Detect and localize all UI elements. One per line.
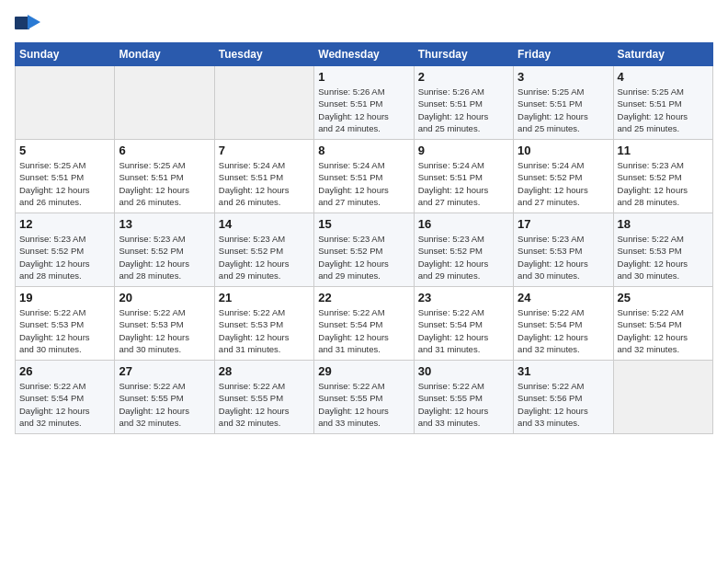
day-number: 2 xyxy=(418,70,509,84)
day-info: Sunrise: 5:25 AM Sunset: 5:51 PM Dayligh… xyxy=(19,159,110,208)
day-number: 20 xyxy=(119,291,210,304)
day-number: 27 xyxy=(119,364,210,378)
day-number: 15 xyxy=(318,217,409,231)
calendar-cell: 3Sunrise: 5:25 AM Sunset: 5:51 PM Daylig… xyxy=(514,66,613,140)
day-info: Sunrise: 5:22 AM Sunset: 5:53 PM Dayligh… xyxy=(219,306,310,355)
svg-rect-0 xyxy=(15,17,29,29)
day-info: Sunrise: 5:22 AM Sunset: 5:55 PM Dayligh… xyxy=(219,380,310,429)
calendar-cell: 14Sunrise: 5:23 AM Sunset: 5:52 PM Dayli… xyxy=(214,213,313,287)
day-number: 19 xyxy=(19,291,110,304)
day-number: 26 xyxy=(19,364,110,378)
day-info: Sunrise: 5:22 AM Sunset: 5:55 PM Dayligh… xyxy=(418,380,509,429)
calendar-cell: 5Sunrise: 5:25 AM Sunset: 5:51 PM Daylig… xyxy=(16,140,115,213)
calendar-cell: 8Sunrise: 5:24 AM Sunset: 5:51 PM Daylig… xyxy=(314,140,414,213)
day-number: 21 xyxy=(219,291,310,304)
day-info: Sunrise: 5:22 AM Sunset: 5:54 PM Dayligh… xyxy=(618,306,709,355)
svg-marker-1 xyxy=(28,15,40,29)
calendar-cell: 4Sunrise: 5:25 AM Sunset: 5:51 PM Daylig… xyxy=(613,66,712,140)
day-info: Sunrise: 5:22 AM Sunset: 5:53 PM Dayligh… xyxy=(19,306,110,355)
day-number: 6 xyxy=(119,144,210,157)
day-number: 4 xyxy=(618,70,709,84)
calendar-header-row: Sunday Monday Tuesday Wednesday Thursday… xyxy=(16,43,713,66)
col-tuesday: Tuesday xyxy=(214,43,313,66)
calendar-table: Sunday Monday Tuesday Wednesday Thursday… xyxy=(15,42,713,434)
calendar-cell xyxy=(214,66,313,140)
header xyxy=(15,15,713,35)
day-number: 24 xyxy=(518,291,609,304)
col-friday: Friday xyxy=(514,43,613,66)
calendar-cell: 6Sunrise: 5:25 AM Sunset: 5:51 PM Daylig… xyxy=(115,140,214,213)
col-saturday: Saturday xyxy=(613,43,712,66)
day-info: Sunrise: 5:23 AM Sunset: 5:52 PM Dayligh… xyxy=(618,159,709,208)
day-info: Sunrise: 5:26 AM Sunset: 5:51 PM Dayligh… xyxy=(418,86,509,134)
day-number: 8 xyxy=(318,144,409,157)
day-info: Sunrise: 5:24 AM Sunset: 5:52 PM Dayligh… xyxy=(518,159,609,208)
calendar-week-3: 12Sunrise: 5:23 AM Sunset: 5:52 PM Dayli… xyxy=(16,213,713,287)
calendar-cell: 16Sunrise: 5:23 AM Sunset: 5:52 PM Dayli… xyxy=(414,213,513,287)
calendar-cell: 13Sunrise: 5:23 AM Sunset: 5:52 PM Dayli… xyxy=(115,213,214,287)
day-info: Sunrise: 5:23 AM Sunset: 5:52 PM Dayligh… xyxy=(119,233,210,282)
day-info: Sunrise: 5:23 AM Sunset: 5:52 PM Dayligh… xyxy=(418,233,509,282)
day-info: Sunrise: 5:22 AM Sunset: 5:54 PM Dayligh… xyxy=(19,380,110,429)
day-number: 22 xyxy=(318,291,409,304)
day-number: 29 xyxy=(318,364,409,378)
calendar-cell: 26Sunrise: 5:22 AM Sunset: 5:54 PM Dayli… xyxy=(16,361,115,434)
day-number: 28 xyxy=(219,364,310,378)
day-number: 16 xyxy=(418,217,509,231)
calendar-cell: 19Sunrise: 5:22 AM Sunset: 5:53 PM Dayli… xyxy=(16,287,115,361)
day-info: Sunrise: 5:23 AM Sunset: 5:52 PM Dayligh… xyxy=(318,233,409,282)
day-info: Sunrise: 5:22 AM Sunset: 5:53 PM Dayligh… xyxy=(119,306,210,355)
day-info: Sunrise: 5:23 AM Sunset: 5:53 PM Dayligh… xyxy=(518,233,609,282)
calendar-cell xyxy=(16,66,115,140)
calendar-cell: 7Sunrise: 5:24 AM Sunset: 5:51 PM Daylig… xyxy=(214,140,313,213)
calendar-cell: 15Sunrise: 5:23 AM Sunset: 5:52 PM Dayli… xyxy=(314,213,414,287)
calendar-cell: 22Sunrise: 5:22 AM Sunset: 5:54 PM Dayli… xyxy=(314,287,414,361)
day-info: Sunrise: 5:25 AM Sunset: 5:51 PM Dayligh… xyxy=(518,86,609,134)
col-wednesday: Wednesday xyxy=(314,43,414,66)
day-info: Sunrise: 5:22 AM Sunset: 5:53 PM Dayligh… xyxy=(618,233,709,282)
day-number: 14 xyxy=(219,217,310,231)
day-info: Sunrise: 5:23 AM Sunset: 5:52 PM Dayligh… xyxy=(19,233,110,282)
day-info: Sunrise: 5:25 AM Sunset: 5:51 PM Dayligh… xyxy=(618,86,709,134)
day-info: Sunrise: 5:23 AM Sunset: 5:52 PM Dayligh… xyxy=(219,233,310,282)
calendar-cell: 28Sunrise: 5:22 AM Sunset: 5:55 PM Dayli… xyxy=(214,361,313,434)
calendar-cell: 11Sunrise: 5:23 AM Sunset: 5:52 PM Dayli… xyxy=(613,140,712,213)
day-number: 17 xyxy=(518,217,609,231)
calendar-cell: 23Sunrise: 5:22 AM Sunset: 5:54 PM Dayli… xyxy=(414,287,513,361)
calendar-cell xyxy=(115,66,214,140)
day-number: 7 xyxy=(219,144,310,157)
col-thursday: Thursday xyxy=(414,43,513,66)
calendar-cell: 10Sunrise: 5:24 AM Sunset: 5:52 PM Dayli… xyxy=(514,140,613,213)
day-info: Sunrise: 5:22 AM Sunset: 5:55 PM Dayligh… xyxy=(119,380,210,429)
day-number: 18 xyxy=(618,217,709,231)
calendar-cell: 29Sunrise: 5:22 AM Sunset: 5:55 PM Dayli… xyxy=(314,361,414,434)
calendar-cell: 18Sunrise: 5:22 AM Sunset: 5:53 PM Dayli… xyxy=(613,213,712,287)
calendar-cell: 12Sunrise: 5:23 AM Sunset: 5:52 PM Dayli… xyxy=(16,213,115,287)
day-info: Sunrise: 5:26 AM Sunset: 5:51 PM Dayligh… xyxy=(318,86,409,134)
calendar-cell: 24Sunrise: 5:22 AM Sunset: 5:54 PM Dayli… xyxy=(514,287,613,361)
day-info: Sunrise: 5:24 AM Sunset: 5:51 PM Dayligh… xyxy=(318,159,409,208)
day-number: 3 xyxy=(518,70,609,84)
calendar-cell: 17Sunrise: 5:23 AM Sunset: 5:53 PM Dayli… xyxy=(514,213,613,287)
col-monday: Monday xyxy=(115,43,214,66)
calendar-cell: 2Sunrise: 5:26 AM Sunset: 5:51 PM Daylig… xyxy=(414,66,513,140)
day-number: 31 xyxy=(518,364,609,378)
day-info: Sunrise: 5:24 AM Sunset: 5:51 PM Dayligh… xyxy=(219,159,310,208)
calendar-week-1: 1Sunrise: 5:26 AM Sunset: 5:51 PM Daylig… xyxy=(16,66,713,140)
calendar-week-4: 19Sunrise: 5:22 AM Sunset: 5:53 PM Dayli… xyxy=(16,287,713,361)
calendar-cell: 27Sunrise: 5:22 AM Sunset: 5:55 PM Dayli… xyxy=(115,361,214,434)
logo xyxy=(15,15,44,35)
day-number: 11 xyxy=(618,144,709,157)
calendar-cell xyxy=(613,361,712,434)
calendar-cell: 31Sunrise: 5:22 AM Sunset: 5:56 PM Dayli… xyxy=(514,361,613,434)
day-info: Sunrise: 5:22 AM Sunset: 5:54 PM Dayligh… xyxy=(518,306,609,355)
calendar-cell: 9Sunrise: 5:24 AM Sunset: 5:51 PM Daylig… xyxy=(414,140,513,213)
calendar-week-5: 26Sunrise: 5:22 AM Sunset: 5:54 PM Dayli… xyxy=(16,361,713,434)
day-number: 10 xyxy=(518,144,609,157)
logo-icon xyxy=(15,15,40,35)
calendar-week-2: 5Sunrise: 5:25 AM Sunset: 5:51 PM Daylig… xyxy=(16,140,713,213)
day-number: 25 xyxy=(618,291,709,304)
day-number: 30 xyxy=(418,364,509,378)
day-info: Sunrise: 5:22 AM Sunset: 5:56 PM Dayligh… xyxy=(518,380,609,429)
calendar-cell: 21Sunrise: 5:22 AM Sunset: 5:53 PM Dayli… xyxy=(214,287,313,361)
